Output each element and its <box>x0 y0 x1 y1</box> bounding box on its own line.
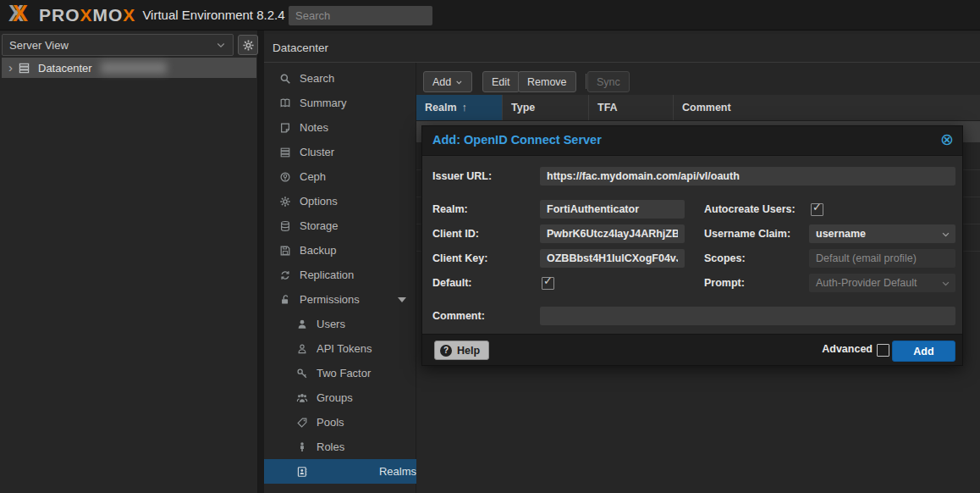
cluster-icon <box>279 147 291 158</box>
version-label: Virtual Environment 8.2.4 <box>142 8 284 22</box>
scopes-label: Scopes: <box>704 249 746 268</box>
key-icon <box>296 368 308 379</box>
nav-item-storage[interactable]: Storage <box>264 213 416 238</box>
content-panel-header: Datacenter <box>264 34 980 63</box>
table-header: Realm ↑ Type TFA Comment <box>416 95 980 121</box>
floppy-icon <box>279 245 291 257</box>
nav-item-backup[interactable]: Backup <box>264 238 416 263</box>
note-icon <box>279 122 291 134</box>
nav-item-search[interactable]: Search <box>264 66 416 91</box>
client-id-input[interactable] <box>540 224 685 243</box>
view-settings-button[interactable] <box>238 35 258 55</box>
chevron-down-icon <box>941 279 950 288</box>
username-claim-select[interactable]: username <box>809 224 955 243</box>
datacenter-nav: Search Summary Notes Cluster Ceph <box>264 63 416 493</box>
add-dropdown-button[interactable]: Add <box>423 71 472 92</box>
chevron-down-icon <box>216 40 226 50</box>
remove-button[interactable]: Remove <box>518 71 576 92</box>
advanced-label: Advanced <box>822 343 873 355</box>
nav-item-permissions[interactable]: Permissions <box>264 287 416 312</box>
nav-item-two-factor[interactable]: Two Factor <box>264 361 416 385</box>
scopes-input[interactable] <box>809 249 955 268</box>
ceph-icon <box>279 171 291 183</box>
group-icon <box>296 392 308 404</box>
username-claim-label: Username Claim: <box>704 224 790 243</box>
chevron-down-icon <box>941 230 950 239</box>
realm-label: Realm: <box>432 200 468 219</box>
realm-input[interactable] <box>540 200 685 219</box>
autocreate-users-checkbox[interactable]: ✓ <box>811 203 823 216</box>
issuer-url-label: Issuer URL: <box>432 167 492 186</box>
nav-item-replication[interactable]: Replication <box>264 263 416 287</box>
nav-item-options[interactable]: Options <box>264 189 416 213</box>
autocreate-users-label: Autocreate Users: <box>704 200 796 219</box>
help-icon: ? <box>440 345 452 357</box>
nav-item-partial[interactable] <box>264 484 416 493</box>
sort-asc-icon: ↑ <box>462 102 467 114</box>
chevron-down-icon <box>455 78 463 86</box>
dialog-footer: ? Help Advanced Add <box>422 334 962 365</box>
unlock-icon <box>279 294 291 306</box>
nav-item-roles[interactable]: Roles <box>264 435 416 459</box>
database-icon <box>279 220 291 232</box>
sync-arrows-icon <box>279 269 291 281</box>
top-header: X X PROXMOX Virtual Environment 8.2.4 <box>0 0 980 30</box>
book-icon <box>279 97 291 109</box>
nav-item-pools[interactable]: Pools <box>264 410 416 435</box>
nav-item-groups[interactable]: Groups <box>264 385 416 410</box>
help-button[interactable]: ? Help <box>434 341 489 360</box>
column-header-tfa[interactable]: TFA <box>589 95 674 120</box>
gear-icon <box>242 39 255 52</box>
proxmox-logo-icon: X X <box>8 4 34 26</box>
add-openid-dialog: Add: OpenID Connect Server ⊗ Issuer URL:… <box>421 125 963 366</box>
tag-icon <box>296 417 308 429</box>
client-id-label: Client ID: <box>432 224 479 243</box>
partial-icon <box>279 490 291 493</box>
column-header-realm[interactable]: Realm ↑ <box>416 95 503 120</box>
tree-item-datacenter[interactable]: › Datacenter <box>2 58 256 78</box>
dialog-titlebar[interactable]: Add: OpenID Connect Server ⊗ <box>422 126 962 156</box>
nav-item-users[interactable]: Users <box>264 312 416 336</box>
column-header-comment[interactable]: Comment <box>674 95 980 120</box>
proxmox-app: X X PROXMOX Virtual Environment 8.2.4 Se… <box>0 0 980 493</box>
toolbar-separator <box>586 74 586 89</box>
column-header-type[interactable]: Type <box>503 95 589 120</box>
page-title: Datacenter <box>273 42 328 54</box>
nav-item-realms[interactable]: Realms <box>264 459 421 484</box>
global-search-input[interactable] <box>289 6 432 25</box>
panel-splitter[interactable] <box>258 30 264 493</box>
redacted-hostname <box>101 62 167 74</box>
advanced-checkbox[interactable] <box>877 344 889 357</box>
tree-expander-icon[interactable]: › <box>8 60 13 75</box>
nav-item-api-tokens[interactable]: API Tokens <box>264 336 416 361</box>
edit-button[interactable]: Edit <box>482 71 520 92</box>
address-book-icon <box>296 466 308 478</box>
prompt-select[interactable]: Auth-Provider Default <box>809 274 955 292</box>
section-collapse-icon[interactable] <box>398 297 406 302</box>
issuer-url-input[interactable] <box>540 167 955 186</box>
view-selector[interactable]: Server View <box>2 34 234 56</box>
client-key-input[interactable] <box>540 249 685 268</box>
realms-toolbar: Add Edit Remove Sync <box>416 63 980 95</box>
person-icon <box>296 441 308 453</box>
datacenter-icon <box>18 62 30 75</box>
view-selector-label: Server View <box>9 39 69 52</box>
gear-icon <box>279 196 291 208</box>
client-key-label: Client Key: <box>432 249 487 268</box>
proxmox-wordmark: PROXMOX <box>39 0 135 30</box>
comment-input[interactable] <box>540 307 955 325</box>
close-icon[interactable]: ⊗ <box>940 130 954 148</box>
check-icon: ✓ <box>812 201 822 213</box>
default-checkbox[interactable]: ✓ <box>542 277 554 290</box>
nav-item-notes[interactable]: Notes <box>264 115 416 140</box>
add-submit-button[interactable]: Add <box>892 341 955 362</box>
nav-item-cluster[interactable]: Cluster <box>264 140 416 164</box>
resource-tree-panel: Server View › Datacenter <box>0 30 258 493</box>
comment-label: Comment: <box>432 307 485 325</box>
tree-item-label: Datacenter <box>38 62 92 75</box>
prompt-label: Prompt: <box>704 274 745 292</box>
user-icon <box>296 319 308 330</box>
nav-item-summary[interactable]: Summary <box>264 91 416 115</box>
nav-item-ceph[interactable]: Ceph <box>264 164 416 189</box>
sync-button[interactable]: Sync <box>587 71 630 92</box>
